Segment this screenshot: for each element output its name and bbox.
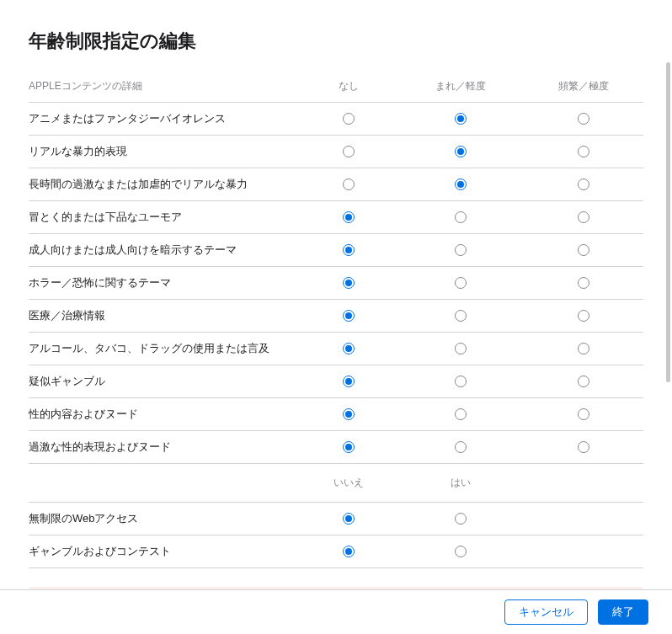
radio-option[interactable] <box>343 146 355 157</box>
col-frequent: 頻繁／極度 <box>522 79 645 93</box>
radio-option[interactable] <box>343 343 355 354</box>
radio-option[interactable] <box>455 441 467 453</box>
radio-option[interactable] <box>455 211 467 223</box>
row-label: 医療／治療情報 <box>29 308 298 323</box>
table1-body: アニメまたはファンタジーバイオレンスリアルな暴力的表現長時間の過激なまたは加虐的… <box>29 103 643 464</box>
radio-option[interactable] <box>455 343 467 354</box>
scrollbar[interactable] <box>666 62 670 382</box>
radio-option[interactable] <box>343 441 355 453</box>
row-label: 過激な性的表現およびヌード <box>29 440 298 455</box>
radio-option[interactable] <box>455 146 467 157</box>
table-row: 長時間の過激なまたは加虐的でリアルな暴力 <box>29 168 643 201</box>
radio-option[interactable] <box>455 513 467 525</box>
radio-option[interactable] <box>455 546 467 557</box>
radio-option[interactable] <box>343 376 355 387</box>
radio-option[interactable] <box>343 546 355 557</box>
cancel-button[interactable]: キャンセル <box>504 599 588 625</box>
col-none: なし <box>298 79 399 93</box>
radio-option[interactable] <box>343 277 355 289</box>
col-yes: はい <box>399 476 522 490</box>
radio-option[interactable] <box>455 277 467 289</box>
radio-option[interactable] <box>343 211 355 223</box>
row-label: 長時間の過激なまたは加虐的でリアルな暴力 <box>29 177 298 192</box>
radio-option[interactable] <box>455 244 467 256</box>
modal-content: 年齢制限指定の編集 APPLEコンテンツの詳細 なし まれ／軽度 頻繁／極度 ア… <box>0 0 672 589</box>
radio-option[interactable] <box>578 408 589 420</box>
radio-option[interactable] <box>578 343 589 354</box>
radio-option[interactable] <box>578 310 589 322</box>
modal-footer: キャンセル 終了 <box>0 589 672 634</box>
table1-header: APPLEコンテンツの詳細 なし まれ／軽度 頻繁／極度 <box>29 79 643 103</box>
row-label: 無制限のWebアクセス <box>29 511 298 526</box>
table-row: アルコール、タバコ、ドラッグの使用または言及 <box>29 333 643 365</box>
table-row: 医療／治療情報 <box>29 300 643 333</box>
row-label: ホラー／恐怖に関するテーマ <box>29 275 298 290</box>
row-label: 性的内容およびヌード <box>29 407 298 422</box>
table-row: 過激な性的表現およびヌード <box>29 431 643 464</box>
radio-option[interactable] <box>343 408 355 420</box>
radio-option[interactable] <box>578 277 589 289</box>
radio-option[interactable] <box>455 376 467 387</box>
radio-option[interactable] <box>343 513 355 525</box>
table1-header-label: APPLEコンテンツの詳細 <box>29 79 298 93</box>
table-row: 性的内容およびヌード <box>29 398 643 431</box>
radio-option[interactable] <box>578 113 589 125</box>
row-label: アニメまたはファンタジーバイオレンス <box>29 111 298 126</box>
row-label: 疑似ギャンブル <box>29 374 298 389</box>
radio-option[interactable] <box>578 178 589 190</box>
table-row: 冒とく的または下品なユーモア <box>29 201 643 234</box>
row-label: 冒とく的または下品なユーモア <box>29 210 298 225</box>
radio-option[interactable] <box>578 376 589 387</box>
table-row: 成人向けまたは成人向けを暗示するテーマ <box>29 234 643 267</box>
table-row: リアルな暴力的表現 <box>29 136 643 168</box>
radio-option[interactable] <box>343 244 355 256</box>
table2-header: いいえ はい <box>29 464 643 503</box>
row-label: ギャンブルおよびコンテスト <box>29 544 298 559</box>
table2-body: 無制限のWebアクセスギャンブルおよびコンテスト <box>29 503 643 568</box>
radio-option[interactable] <box>578 146 589 157</box>
table-row: 無制限のWebアクセス <box>29 503 643 535</box>
radio-option[interactable] <box>578 441 589 453</box>
radio-option[interactable] <box>455 310 467 322</box>
radio-option[interactable] <box>455 113 467 125</box>
table-row: ギャンブルおよびコンテスト <box>29 535 643 568</box>
radio-option[interactable] <box>578 211 589 223</box>
radio-option[interactable] <box>343 178 355 190</box>
radio-option[interactable] <box>455 408 467 420</box>
page-title: 年齢制限指定の編集 <box>29 29 643 54</box>
row-label: リアルな暴力的表現 <box>29 144 298 159</box>
radio-option[interactable] <box>578 244 589 256</box>
done-button[interactable]: 終了 <box>598 599 648 625</box>
radio-option[interactable] <box>343 310 355 322</box>
radio-option[interactable] <box>343 113 355 125</box>
table-row: アニメまたはファンタジーバイオレンス <box>29 103 643 136</box>
row-label: 成人向けまたは成人向けを暗示するテーマ <box>29 242 298 258</box>
radio-option[interactable] <box>455 178 467 190</box>
row-label: アルコール、タバコ、ドラッグの使用または言及 <box>29 341 298 356</box>
col-no: いいえ <box>298 476 399 490</box>
table-row: ホラー／恐怖に関するテーマ <box>29 267 643 300</box>
table-row: 疑似ギャンブル <box>29 365 643 398</box>
col-mild: まれ／軽度 <box>399 79 522 93</box>
